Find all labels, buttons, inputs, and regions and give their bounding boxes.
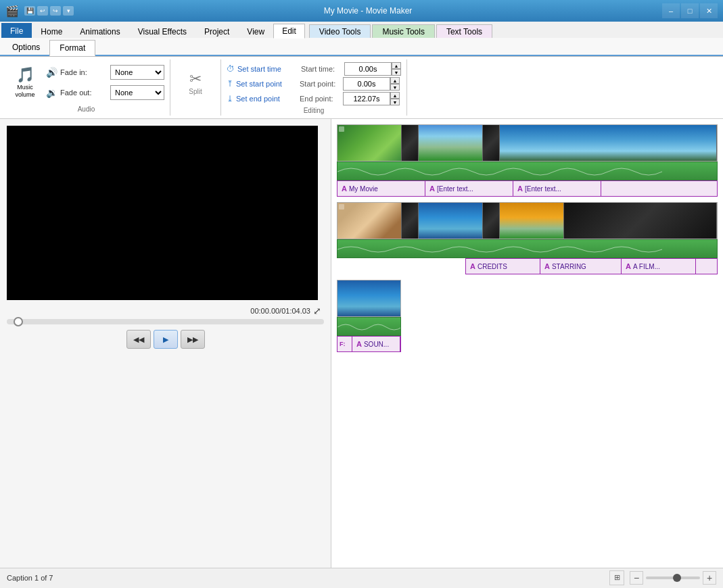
quick-redo-btn[interactable]: ↪ bbox=[50, 6, 61, 16]
play-button[interactable]: ▶ bbox=[154, 330, 178, 349]
end-point-up[interactable]: ▲ bbox=[390, 92, 400, 99]
video-thumb-1-2 bbox=[402, 125, 419, 162]
start-point-input[interactable] bbox=[343, 77, 390, 91]
title-item-enter2[interactable]: A [Enter text... bbox=[513, 181, 601, 196]
play-icon: ▶ bbox=[163, 335, 168, 344]
split-icon: ✂ bbox=[189, 70, 202, 88]
tab-home[interactable]: Home bbox=[32, 24, 71, 38]
title-bar: 🎬 💾 ↩ ↪ ▾ My Movie - Movie Maker – □ ✕ bbox=[0, 0, 723, 22]
view-thumbnails-btn[interactable]: ⊞ bbox=[609, 570, 624, 585]
progress-bar[interactable] bbox=[7, 319, 324, 324]
progress-thumb[interactable] bbox=[14, 317, 23, 326]
zoom-controls: − + bbox=[630, 571, 716, 585]
title-text-sound: SOUN... bbox=[364, 341, 389, 348]
tab-view[interactable]: View bbox=[238, 24, 273, 38]
title-text-starring: STARRING bbox=[552, 263, 586, 270]
ribbon-panel: 🎵 Musicvolume 🔊 Fade in: NoneSlowMediumF… bbox=[0, 57, 723, 119]
start-time-field-label: Start time: bbox=[301, 65, 342, 73]
expand-icon[interactable]: ⤢ bbox=[313, 305, 321, 316]
end-point-input-wrap: ▲ ▼ bbox=[343, 92, 400, 105]
start-time-input-wrap: ▲ ▼ bbox=[344, 62, 401, 76]
app-icon: 🎬 bbox=[5, 5, 19, 18]
start-time-up[interactable]: ▲ bbox=[392, 62, 401, 69]
tab-video-tools[interactable]: Video Tools bbox=[309, 24, 371, 38]
set-start-time-label[interactable]: Set start time bbox=[237, 65, 298, 73]
title-a-icon-3: A bbox=[517, 185, 523, 193]
tab-edit[interactable]: Edit bbox=[273, 24, 305, 39]
rewind-button[interactable]: ◀◀ bbox=[126, 330, 151, 349]
start-point-up[interactable]: ▲ bbox=[390, 77, 400, 84]
audio-group-label: Audio bbox=[78, 105, 95, 113]
zoom-in-btn[interactable]: + bbox=[703, 571, 716, 585]
music-volume-button[interactable]: 🎵 Musicvolume bbox=[8, 62, 42, 103]
time-display-row: 00:00.00/01:04.03 ⤢ bbox=[7, 305, 324, 316]
split-label: Split bbox=[189, 88, 202, 95]
title-f-icon: F: bbox=[340, 341, 346, 347]
fade-in-row: 🔊 Fade in: NoneSlowMediumFast bbox=[46, 65, 164, 80]
main-area: 00:00.00/01:04.03 ⤢ ◀◀ ▶ ▶▶ bbox=[0, 119, 723, 568]
fade-out-select[interactable]: NoneSlowMediumFast bbox=[110, 85, 164, 100]
title-item-enter1[interactable]: A [Enter text... bbox=[425, 181, 513, 196]
split-button[interactable]: ✂ Split bbox=[179, 62, 212, 103]
timeline-row-2: A CREDITS A STARRING A A FILM... bbox=[337, 202, 718, 274]
quick-undo-btn[interactable]: ↩ bbox=[37, 6, 48, 16]
set-end-point-label[interactable]: Set end point bbox=[236, 95, 297, 103]
editing-section: ⏱ Set start time Start time: ▲ ▼ ⤒ Set s… bbox=[227, 62, 401, 105]
start-time-input[interactable] bbox=[344, 62, 392, 76]
title-item-credits[interactable]: A CREDITS bbox=[466, 259, 540, 274]
fade-in-select[interactable]: NoneSlowMediumFast bbox=[110, 65, 164, 80]
sub-tab-options[interactable]: Options bbox=[3, 40, 49, 55]
video-thumb-2-2 bbox=[402, 203, 419, 239]
waveform-1 bbox=[337, 162, 717, 180]
set-start-time-row: ⏱ Set start time Start time: ▲ ▼ bbox=[227, 62, 401, 76]
timeline-panel[interactable]: A My Movie A [Enter text... A [Enter tex… bbox=[331, 119, 723, 568]
tab-file[interactable]: File bbox=[1, 23, 32, 38]
title-item-starring[interactable]: A STARRING bbox=[540, 259, 622, 274]
start-point-down[interactable]: ▼ bbox=[390, 84, 400, 91]
title-strip-2: A CREDITS A STARRING A A FILM... bbox=[465, 258, 718, 274]
title-a-icon-credits: A bbox=[470, 262, 475, 270]
end-point-spinners: ▲ ▼ bbox=[390, 92, 400, 105]
video-thumb-2-3 bbox=[419, 203, 483, 239]
audio-group: 🎵 Musicvolume 🔊 Fade in: NoneSlowMediumF… bbox=[3, 59, 170, 116]
end-point-down[interactable]: ▼ bbox=[390, 99, 400, 105]
start-time-down[interactable]: ▼ bbox=[392, 69, 401, 76]
preview-screen bbox=[7, 126, 318, 300]
minimize-button[interactable]: – bbox=[662, 3, 680, 18]
title-item-film[interactable]: A A FILM... bbox=[622, 259, 696, 274]
tab-animations[interactable]: Animations bbox=[71, 24, 129, 38]
sub-tab-format[interactable]: Format bbox=[49, 40, 95, 56]
start-point-field-label: Start point: bbox=[300, 80, 340, 88]
end-point-field-label: End point: bbox=[300, 95, 340, 103]
start-point-input-wrap: ▲ ▼ bbox=[343, 77, 400, 91]
title-item-f[interactable]: F: bbox=[337, 337, 352, 351]
close-button[interactable]: ✕ bbox=[700, 3, 718, 18]
quick-dropdown-btn[interactable]: ▾ bbox=[63, 6, 74, 16]
set-start-point-label[interactable]: Set start point bbox=[236, 80, 297, 88]
quick-save-btn[interactable]: 💾 bbox=[24, 6, 35, 16]
title-a-icon-film: A bbox=[626, 262, 631, 270]
set-end-point-row: ⤓ Set end point End point: ▲ ▼ bbox=[227, 92, 401, 105]
timeline-row-1: A My Movie A [Enter text... A [Enter tex… bbox=[337, 124, 718, 197]
title-text-enter2: [Enter text... bbox=[525, 185, 561, 193]
forward-button[interactable]: ▶▶ bbox=[181, 330, 205, 349]
title-bar-icons: 🎬 💾 ↩ ↪ ▾ bbox=[5, 5, 74, 18]
zoom-slider-thumb bbox=[673, 574, 681, 582]
tab-visual-effects[interactable]: Visual Effects bbox=[129, 24, 195, 38]
fade-in-label: Fade in: bbox=[60, 68, 108, 76]
maximize-button[interactable]: □ bbox=[681, 3, 699, 18]
title-strip-3: F: A SOUN... bbox=[337, 336, 401, 352]
film-marker bbox=[339, 126, 344, 132]
film-marker-2 bbox=[339, 204, 344, 210]
tab-text-tools[interactable]: Text Tools bbox=[436, 24, 492, 38]
zoom-out-btn[interactable]: − bbox=[630, 571, 643, 585]
preview-panel: 00:00.00/01:04.03 ⤢ ◀◀ ▶ ▶▶ bbox=[0, 119, 331, 568]
title-item-sound[interactable]: A SOUN... bbox=[352, 337, 400, 351]
zoom-slider[interactable] bbox=[646, 577, 700, 579]
title-a-icon-starring: A bbox=[544, 262, 550, 270]
title-item-mymovie[interactable]: A My Movie bbox=[337, 181, 425, 196]
tab-project[interactable]: Project bbox=[195, 24, 238, 38]
music-volume-icon: 🎵 bbox=[16, 66, 34, 84]
end-point-input[interactable] bbox=[343, 92, 390, 105]
tab-music-tools[interactable]: Music Tools bbox=[372, 24, 434, 38]
